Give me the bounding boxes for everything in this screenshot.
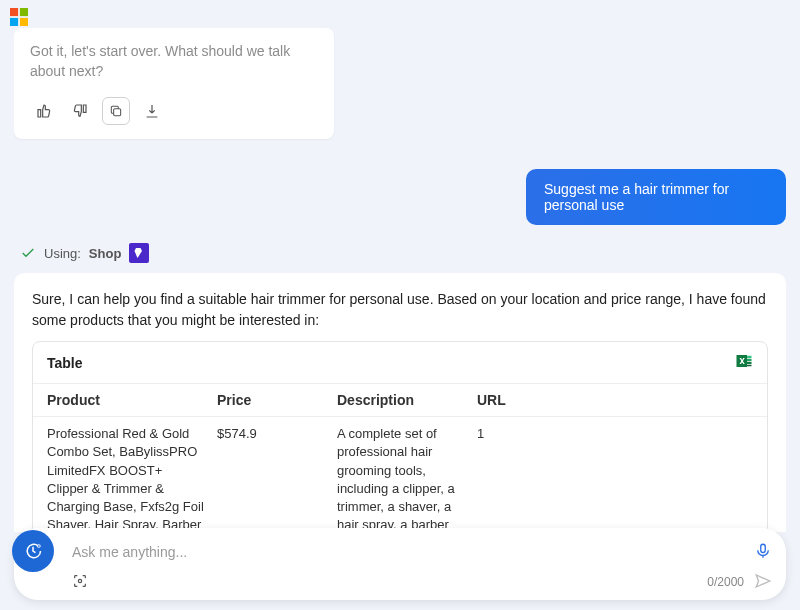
svg-rect-11: [761, 544, 766, 552]
col-url: URL: [477, 392, 753, 408]
svg-rect-3: [20, 18, 28, 26]
cell-url[interactable]: 1: [477, 425, 753, 443]
thumbs-up-icon[interactable]: [30, 97, 58, 125]
char-counter: 0/2000: [707, 575, 744, 589]
table-row: Professional Red & Gold Combo Set, BaByl…: [33, 416, 767, 532]
microphone-icon[interactable]: [754, 542, 772, 563]
download-icon[interactable]: [138, 97, 166, 125]
chat-stream: Got it, let's start over. What should we…: [14, 28, 786, 532]
plugin-name: Shop: [89, 246, 122, 261]
feedback-row: [30, 97, 318, 125]
cell-price: $574.9: [217, 425, 337, 443]
svg-point-12: [78, 579, 81, 582]
plugin-badge-icon: [129, 243, 149, 263]
col-description: Description: [337, 392, 477, 408]
svg-rect-4: [114, 109, 121, 116]
plugin-indicator: Using: Shop: [20, 243, 786, 263]
plugin-prefix: Using:: [44, 246, 81, 261]
new-topic-button[interactable]: [12, 530, 54, 572]
copy-icon[interactable]: [102, 97, 130, 125]
cell-description: A complete set of professional hair groo…: [337, 425, 477, 532]
check-icon: [20, 245, 36, 261]
table-title: Table: [47, 355, 83, 371]
microsoft-logo: [10, 8, 28, 29]
svg-rect-2: [10, 18, 18, 26]
col-product: Product: [47, 392, 217, 408]
assistant-response: Sure, I can help you find a suitable hai…: [14, 273, 786, 532]
col-price: Price: [217, 392, 337, 408]
response-table: Table Product Price Description URL Prof…: [32, 341, 768, 532]
response-intro: Sure, I can help you find a suitable hai…: [32, 289, 768, 331]
chat-input[interactable]: [72, 544, 754, 560]
assistant-message-text: Got it, let's start over. What should we…: [30, 42, 318, 81]
cell-product: Professional Red & Gold Combo Set, BaByl…: [47, 425, 217, 532]
excel-export-icon[interactable]: [735, 352, 753, 373]
thumbs-down-icon[interactable]: [66, 97, 94, 125]
input-footer: 0/2000: [72, 570, 772, 594]
svg-rect-1: [20, 8, 28, 16]
table-columns: Product Price Description URL: [33, 383, 767, 416]
table-header-row: Table: [33, 342, 767, 383]
input-row: [72, 534, 772, 570]
send-icon[interactable]: [754, 572, 772, 593]
svg-rect-8: [747, 362, 752, 364]
svg-rect-0: [10, 8, 18, 16]
visual-search-icon[interactable]: [72, 573, 88, 592]
assistant-message: Got it, let's start over. What should we…: [14, 28, 334, 139]
svg-rect-9: [747, 365, 752, 367]
chat-input-bar: 0/2000: [14, 528, 786, 600]
svg-rect-7: [747, 359, 752, 361]
user-message: Suggest me a hair trimmer for personal u…: [526, 169, 786, 225]
user-message-text: Suggest me a hair trimmer for personal u…: [544, 181, 729, 213]
svg-rect-6: [747, 356, 752, 358]
